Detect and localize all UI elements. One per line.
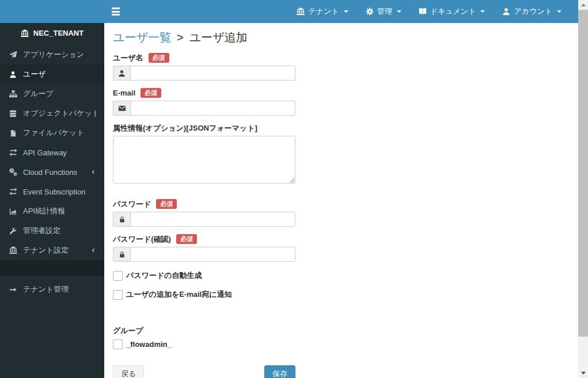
sidebar-item-user[interactable]: ユーザ (0, 64, 104, 84)
sidebar-item-api-statistics[interactable]: API統計情報 (0, 201, 104, 221)
group-flowadmin-label: _flowadmin_ (126, 340, 172, 349)
scrollbar-down-button[interactable] (578, 368, 588, 378)
sidebar-item-label: オブジェクトバケット (23, 108, 96, 119)
breadcrumb-separator: > (177, 31, 184, 44)
form-actions: 戻る 保存 (113, 365, 295, 378)
auto-generate-password-checkbox[interactable] (113, 271, 123, 281)
user-icon (502, 7, 510, 16)
bank-icon (297, 7, 305, 16)
exchange-icon (8, 188, 18, 196)
chevron-left-icon (90, 247, 96, 253)
wrench-icon (8, 227, 18, 235)
topnav-admin-label: 管理 (377, 6, 392, 17)
top-navbar: テナント 管理 ドキュメント アカウント (0, 0, 578, 23)
sidebar-item-label: API統計情報 (23, 206, 65, 216)
password-confirm-label: パスワード(確認) (113, 234, 171, 245)
scrollbar-up-button[interactable] (578, 0, 588, 10)
tenant-brand: NEC_TENANT (0, 23, 104, 43)
caret-down-icon (480, 10, 485, 13)
sidebar-item-label: 管理者設定 (23, 226, 60, 236)
sidebar-item-api-gateway[interactable]: API Gateway (0, 143, 104, 162)
password-confirm-label-row: パスワード(確認) 必須 (113, 234, 295, 244)
notify-email-checkbox[interactable] (113, 290, 123, 300)
topnav-tenant-label: テナント (308, 6, 339, 17)
add-user-form: ユーザ名 必須 E-mail 必須 属性情報(オプション)[JSONフォーマット… (113, 53, 295, 378)
required-badge: 必須 (176, 234, 197, 244)
cogs-icon (8, 168, 18, 176)
sidebar-item-label: テナント設定 (23, 245, 69, 255)
email-label: E-mail (113, 89, 135, 97)
topnav-document-menu[interactable]: ドキュメント (410, 0, 494, 23)
sidebar-item-label: API Gateway (23, 148, 67, 157)
required-badge: 必須 (141, 88, 161, 98)
attributes-label: 属性情報(オプション)[JSONフォーマット] (113, 123, 257, 133)
envelope-icon (113, 101, 130, 116)
sidebar-item-group[interactable]: グループ (0, 84, 104, 104)
arrow-down-icon (581, 372, 586, 375)
arrow-up-icon (581, 3, 586, 6)
password-input[interactable] (130, 212, 295, 227)
scrollbar-thumb[interactable] (578, 10, 588, 337)
vertical-scrollbar[interactable] (578, 0, 588, 378)
password-input-group (113, 212, 295, 227)
sidebar: NEC_TENANT アプリケーション ユーザ グループ オブジェクトバケット (0, 23, 104, 378)
email-label-row: E-mail 必須 (113, 88, 295, 98)
save-button[interactable]: 保存 (264, 365, 295, 378)
sidebar-item-label: アプリケーション (23, 49, 84, 60)
tenant-brand-label: NEC_TENANT (33, 29, 84, 37)
app-window: テナント 管理 ドキュメント アカウント NEC_TENANT (0, 0, 588, 378)
sidebar-item-cloud-functions[interactable]: Cloud Functions (0, 162, 104, 182)
exchange-icon (8, 148, 18, 156)
notify-email-label: ユーザの追加をE-mail宛に通知 (126, 289, 232, 300)
bank-icon (8, 246, 18, 254)
sidebar-item-label: Cloud Functions (23, 168, 77, 177)
book-icon (419, 7, 427, 16)
sidebar-item-file-bucket[interactable]: ファイルバケット (0, 123, 104, 143)
send-icon (8, 51, 18, 59)
topnav-document-label: ドキュメント (430, 6, 476, 17)
page-title: ユーザ追加 (189, 31, 248, 44)
group-flowadmin-checkbox[interactable] (113, 339, 123, 349)
sidebar-item-object-bucket[interactable]: オブジェクトバケット (0, 104, 104, 123)
topnav-account-menu[interactable]: アカウント (494, 0, 570, 23)
topnav-account-label: アカウント (514, 6, 552, 17)
sidebar-item-label: Event Subscription (23, 188, 85, 196)
user-icon (113, 66, 130, 81)
sidebar-item-admin-settings[interactable]: 管理者設定 (0, 221, 104, 240)
topnav-menu: テナント 管理 ドキュメント アカウント (288, 0, 570, 23)
sidebar-divider (0, 260, 104, 276)
group-flowadmin-row: _flowadmin_ (113, 339, 295, 349)
auto-generate-password-label: パスワードの自動生成 (126, 270, 202, 281)
password-label: パスワード (113, 199, 151, 209)
password-confirm-input[interactable] (130, 247, 295, 262)
bank-icon (21, 29, 29, 37)
auto-generate-password-row: パスワードの自動生成 (113, 270, 295, 281)
password-label-row: パスワード 必須 (113, 199, 295, 209)
required-badge: 必須 (156, 199, 177, 209)
sidebar-item-label: ファイルバケット (23, 128, 84, 138)
breadcrumb-user-list-link[interactable]: ユーザ一覧 (113, 31, 171, 44)
username-label: ユーザ名 (113, 53, 143, 63)
sidebar-item-label: グループ (23, 89, 54, 99)
topnav-tenant-menu[interactable]: テナント (288, 0, 356, 23)
password-confirm-input-group (113, 247, 295, 262)
topnav-admin-menu[interactable]: 管理 (357, 0, 410, 23)
user-icon (8, 71, 18, 78)
sidebar-item-application[interactable]: アプリケーション (0, 45, 104, 64)
sidebar-item-tenant-management[interactable]: テナント管理 (0, 280, 104, 299)
sidebar-item-tenant-settings[interactable]: テナント設定 (0, 240, 104, 260)
lock-icon (113, 212, 130, 227)
sidebar-item-event-subscription[interactable]: Event Subscription (0, 182, 104, 201)
sidebar-item-label: テナント管理 (23, 284, 69, 295)
main-content: ユーザ一覧>ユーザ追加 ユーザ名 必須 E-mail 必須 (104, 23, 578, 378)
group-section-label: グループ (113, 326, 295, 336)
email-input[interactable] (130, 101, 295, 116)
attributes-label-row: 属性情報(オプション)[JSONフォーマット] (113, 123, 295, 133)
attributes-textarea[interactable] (113, 136, 295, 184)
sidebar-toggle-button[interactable] (111, 6, 121, 17)
username-input[interactable] (130, 66, 295, 81)
sidebar-item-label: ユーザ (23, 69, 46, 79)
email-input-group (113, 101, 295, 116)
back-button[interactable]: 戻る (113, 365, 144, 378)
required-badge: 必須 (149, 53, 169, 63)
